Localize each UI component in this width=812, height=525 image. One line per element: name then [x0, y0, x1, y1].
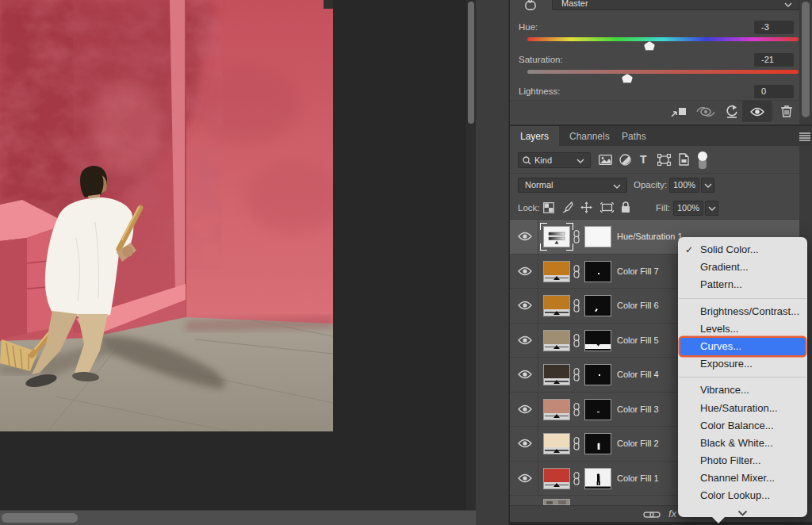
- fill-layer-thumbnail[interactable]: [543, 295, 570, 316]
- layer-mask-thumbnail[interactable]: [584, 330, 611, 351]
- fill-layer-thumbnail[interactable]: [543, 468, 570, 489]
- hue-slider-track[interactable]: [527, 37, 799, 41]
- lock-artboard-icon[interactable]: [600, 202, 614, 213]
- adjustment-layer-thumbnail[interactable]: [543, 226, 570, 247]
- layer-mask-thumbnail[interactable]: [584, 399, 611, 420]
- layer-visibility-button[interactable]: [742, 101, 772, 122]
- lightness-value-input[interactable]: 0: [754, 85, 794, 98]
- vertical-scroll-thumb[interactable]: [468, 2, 474, 124]
- view-previous-state-button[interactable]: [695, 101, 717, 122]
- opacity-value-input[interactable]: 100%: [669, 178, 699, 193]
- menu-item-gradient[interactable]: Gradient...: [678, 259, 807, 276]
- layer-mask-thumbnail[interactable]: [584, 364, 611, 385]
- menu-scroll-more-indicator[interactable]: [678, 505, 807, 516]
- layer-name[interactable]: Color Fill 2: [617, 427, 659, 461]
- saturation-slider-track[interactable]: [527, 70, 799, 74]
- menu-item-color-balance[interactable]: Color Balance...: [678, 417, 807, 435]
- saturation-value-input[interactable]: -21: [754, 53, 794, 67]
- menu-item-levels[interactable]: Levels...: [678, 320, 807, 338]
- panel-menu-icon[interactable]: [799, 132, 810, 141]
- lock-transparency-icon[interactable]: [543, 202, 554, 213]
- mask-link-icon[interactable]: [573, 403, 580, 416]
- menu-item-exposure[interactable]: Exposure...: [678, 355, 807, 373]
- filter-kind-select[interactable]: Kind: [518, 152, 591, 168]
- canvas-horizontal-scrollbar[interactable]: [0, 510, 476, 525]
- layer-name[interactable]: Color Fill 1: [617, 462, 659, 496]
- layer-name[interactable]: Color Fill 4: [617, 358, 659, 392]
- menu-item-brightness-contrast[interactable]: Brightness/Contrast...: [678, 303, 807, 320]
- layer-name[interactable]: Hue/Saturation 1: [617, 220, 683, 254]
- opacity-dropdown-button[interactable]: [701, 178, 714, 193]
- layer-mask-thumbnail[interactable]: [584, 295, 611, 316]
- layer-mask-thumbnail[interactable]: [584, 468, 611, 489]
- horizontal-scroll-thumb[interactable]: [2, 513, 78, 523]
- fill-dropdown-button[interactable]: [705, 201, 718, 216]
- filter-smart-objects-icon[interactable]: [679, 153, 689, 166]
- layer-visibility-eye-icon[interactable]: [518, 439, 532, 448]
- layer-visibility-eye-icon[interactable]: [518, 473, 532, 483]
- filter-adjustment-layers-icon[interactable]: [619, 154, 631, 166]
- link-layers-icon[interactable]: [643, 510, 661, 519]
- photo-image[interactable]: [0, 0, 333, 431]
- mask-link-icon[interactable]: [573, 334, 580, 347]
- fill-layer-thumbnail[interactable]: [543, 399, 570, 420]
- lock-pixels-brush-icon[interactable]: [562, 201, 573, 213]
- filter-pixel-layers-icon[interactable]: [599, 155, 612, 165]
- layer-mask-thumbnail[interactable]: [584, 261, 611, 282]
- menu-item-hue-saturation[interactable]: Hue/Saturation...: [678, 400, 807, 417]
- mask-link-icon[interactable]: [573, 299, 580, 312]
- layer-mask-thumbnail[interactable]: [584, 226, 611, 247]
- layer-visibility-eye-icon[interactable]: [518, 335, 532, 345]
- mask-link-icon[interactable]: [573, 230, 580, 243]
- document-canvas-area[interactable]: [0, 0, 476, 510]
- menu-item-solid-color[interactable]: ✓ Solid Color...: [678, 241, 807, 259]
- channel-select[interactable]: Master: [552, 0, 799, 10]
- lock-all-icon[interactable]: [621, 201, 630, 213]
- mask-link-icon[interactable]: [573, 472, 580, 485]
- reset-adjustment-button[interactable]: [722, 101, 742, 122]
- filter-switch-toggle[interactable]: [698, 151, 707, 169]
- layer-mask-thumbnail[interactable]: [584, 433, 611, 454]
- menu-item-black-white[interactable]: Black & White...: [678, 435, 807, 452]
- menu-item-pattern[interactable]: Pattern...: [678, 276, 807, 293]
- properties-toolbar: [510, 100, 799, 121]
- hue-value-input[interactable]: -3: [754, 21, 794, 34]
- clip-to-layer-button[interactable]: [668, 101, 689, 122]
- filter-shape-layers-icon[interactable]: [657, 154, 671, 166]
- blend-mode-select[interactable]: Normal: [518, 178, 627, 193]
- layer-name[interactable]: Color Fill 7: [617, 255, 659, 289]
- menu-item-color-lookup[interactable]: Color Lookup...: [678, 487, 807, 504]
- fill-layer-thumbnail[interactable]: [543, 330, 570, 351]
- tab-layers[interactable]: Layers: [510, 126, 559, 148]
- menu-item-photo-filter[interactable]: Photo Filter...: [678, 452, 807, 469]
- on-image-adjustment-hand-icon[interactable]: [522, 0, 539, 12]
- layer-visibility-eye-icon[interactable]: [518, 370, 532, 379]
- fill-value-input[interactable]: 100%: [673, 201, 703, 216]
- fill-layer-thumbnail[interactable]: [543, 261, 570, 282]
- filter-type-layers-icon[interactable]: T: [640, 153, 647, 166]
- delete-adjustment-button[interactable]: [775, 101, 799, 122]
- properties-scrollbar[interactable]: [799, 0, 812, 125]
- layer-visibility-eye-icon[interactable]: [518, 404, 532, 414]
- menu-item-vibrance[interactable]: Vibrance...: [678, 381, 807, 399]
- layer-visibility-eye-icon[interactable]: [518, 301, 532, 310]
- lock-position-move-icon[interactable]: [580, 201, 592, 213]
- canvas-vertical-scrollbar[interactable]: [466, 0, 476, 510]
- layer-name[interactable]: Color Fill 6: [617, 289, 659, 323]
- tab-paths[interactable]: Paths: [611, 126, 657, 148]
- fill-layer-thumbnail[interactable]: [543, 364, 570, 385]
- mask-link-icon[interactable]: [573, 368, 580, 381]
- mask-link-icon[interactable]: [573, 265, 580, 278]
- menu-item-curves[interactable]: Curves...: [680, 338, 805, 355]
- mask-link-icon[interactable]: [573, 437, 580, 450]
- properties-scroll-thumb[interactable]: [802, 2, 810, 117]
- saturation-slider-thumb[interactable]: [622, 74, 633, 83]
- menu-item-channel-mixer[interactable]: Channel Mixer...: [678, 469, 807, 487]
- layer-visibility-eye-icon[interactable]: [518, 232, 532, 241]
- layer-effects-button[interactable]: fx: [668, 508, 676, 519]
- hue-slider-thumb[interactable]: [644, 41, 655, 51]
- layer-name[interactable]: Color Fill 3: [617, 393, 659, 427]
- fill-layer-thumbnail[interactable]: [543, 433, 570, 454]
- layer-visibility-eye-icon[interactable]: [518, 266, 532, 276]
- layer-name[interactable]: Color Fill 5: [617, 324, 659, 358]
